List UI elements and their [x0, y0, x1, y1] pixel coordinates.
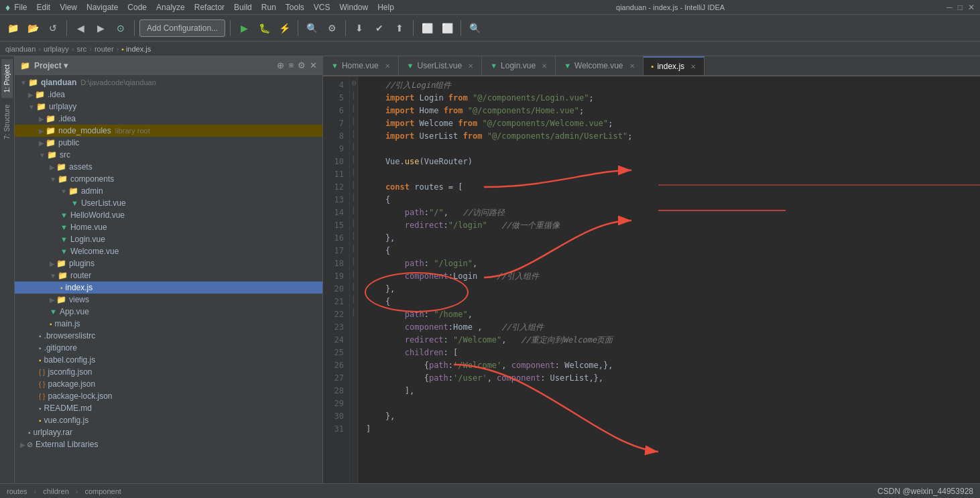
tree-item-gitignore[interactable]: ▪ .gitignore: [15, 342, 322, 354]
vcs-update-btn[interactable]: ⬇: [351, 19, 368, 37]
search-btn[interactable]: 🔍: [303, 19, 320, 37]
folder-icon: 📁: [58, 271, 68, 280]
refresh-btn[interactable]: ↺: [44, 19, 62, 37]
menu-edit[interactable]: Edit: [37, 3, 51, 12]
tree-item-plugins[interactable]: ▶ 📁 plugins: [15, 257, 322, 269]
close-panel-icon[interactable]: ✕: [310, 60, 317, 70]
close-tab-icon[interactable]: ✕: [629, 62, 635, 70]
navigate-icon[interactable]: ⊙: [112, 19, 129, 37]
tree-label: qianduan: [41, 78, 76, 87]
tree-item-urlplayyrar[interactable]: ▪ urlplayy.rar: [15, 426, 322, 438]
tree-item-helloworld[interactable]: ▼ HelloWorld.vue: [15, 209, 322, 221]
tree-label: assets: [69, 162, 93, 172]
tree-item-login[interactable]: ▼ Login.vue: [15, 233, 322, 245]
debug-btn[interactable]: 🐛: [255, 19, 273, 37]
open-btn[interactable]: 📂: [24, 19, 42, 37]
libs-icon: ⊘: [27, 440, 33, 449]
menu-analyze[interactable]: Analyze: [156, 3, 185, 12]
vue-icon: ▼: [60, 235, 68, 243]
close-tab-icon[interactable]: ✕: [690, 63, 696, 70]
terminal-btn[interactable]: ⬜: [418, 19, 436, 37]
tab-login[interactable]: ▼ Login.vue ✕: [482, 56, 556, 75]
tree-item-vueconfig[interactable]: ▪ vue.config.js: [15, 414, 322, 426]
tree-item-urlplayy[interactable]: ▼ 📁 urlplayy: [15, 101, 322, 113]
coverage-btn[interactable]: ⚡: [275, 19, 293, 37]
breadcrumb-src[interactable]: src: [77, 45, 87, 53]
menu-run[interactable]: Run: [261, 3, 276, 12]
tree-item-admin[interactable]: ▼ 📁 admin: [15, 185, 322, 197]
tree-label: admin: [81, 186, 103, 196]
menu-vcs[interactable]: VCS: [314, 3, 330, 12]
code-editor[interactable]: 45678 910111213 1415161718 1920212223 24…: [323, 76, 980, 483]
tab-home[interactable]: ▼ Home.vue ✕: [323, 56, 399, 75]
tree-item-indexjs[interactable]: ▪ index.js: [15, 282, 322, 294]
vue-icon: ▼: [60, 223, 68, 231]
tree-item-public[interactable]: ▶ 📁 public: [15, 137, 322, 149]
menu-tools[interactable]: Tools: [286, 3, 304, 12]
forward-btn[interactable]: ▶: [92, 19, 109, 37]
menu-file[interactable]: File: [14, 3, 27, 12]
tree-item-views[interactable]: ▶ 📁 views: [15, 294, 322, 306]
breadcrumb-urlplayy[interactable]: urlplayy: [44, 45, 69, 53]
tree-item-jsconfig[interactable]: { } jsconfig.json: [15, 366, 322, 378]
close-tab-icon[interactable]: ✕: [542, 62, 547, 70]
menu-view[interactable]: View: [60, 3, 77, 12]
breadcrumb-router[interactable]: router: [95, 45, 114, 53]
close-tab-icon[interactable]: ✕: [385, 62, 390, 70]
collapse-icon[interactable]: ≡: [288, 60, 294, 70]
tree-item-babelconfig[interactable]: ▪ babel.config.js: [15, 354, 322, 366]
settings-btn[interactable]: ⚙: [323, 19, 341, 37]
tree-item-packagelock[interactable]: { } package-lock.json: [15, 390, 322, 402]
tree-item-router[interactable]: ▼ 📁 router: [15, 269, 322, 282]
vcs-commit-btn[interactable]: ✔: [371, 19, 388, 37]
back-btn[interactable]: ◀: [72, 19, 89, 37]
close-btn[interactable]: ✕: [968, 3, 975, 12]
close-tab-icon[interactable]: ✕: [468, 62, 473, 70]
tree-label: package-lock.json: [48, 391, 112, 401]
tree-label: Welcome.vue: [70, 247, 119, 256]
vue-icon: ▼: [564, 62, 571, 70]
vtab-project[interactable]: 1: Project: [1, 59, 13, 98]
tree-item-idea2[interactable]: ▶ 📁 .idea: [15, 113, 322, 125]
add-configuration-btn[interactable]: Add Configuration...: [139, 19, 225, 37]
menu-build[interactable]: Build: [234, 3, 252, 12]
tree-item-node-modules[interactable]: ▶ 📁 node_modules library root: [15, 125, 322, 137]
tab-indexjs[interactable]: ▪ index.js ✕: [644, 56, 705, 75]
minimize-btn[interactable]: ─: [946, 3, 953, 12]
menu-navigate[interactable]: Navigate: [86, 3, 118, 12]
tree-item-userlist[interactable]: ▼ UserList.vue: [15, 197, 322, 209]
tree-item-welcome[interactable]: ▼ Welcome.vue: [15, 245, 322, 257]
gear-icon[interactable]: ⚙: [298, 60, 306, 70]
tree-item-home[interactable]: ▼ Home.vue: [15, 221, 322, 233]
tree-item-idea1[interactable]: ▶ 📁 .idea: [15, 88, 322, 101]
tree-item-packagejson[interactable]: { } package.json: [15, 378, 322, 390]
status-children: children: [43, 487, 69, 495]
tree-item-components[interactable]: ▼ 📁 components: [15, 173, 322, 185]
tree-item-assets[interactable]: ▶ 📁 assets: [15, 161, 322, 173]
menu-code[interactable]: Code: [127, 3, 147, 12]
code-content[interactable]: //引入Login组件 import Login from "@/compone…: [358, 76, 980, 483]
tab-userlist[interactable]: ▼ UserList.vue ✕: [399, 56, 483, 75]
run-btn[interactable]: ▶: [235, 19, 253, 37]
tree-item-readme[interactable]: ▪ README.md: [15, 402, 322, 414]
new-project-btn[interactable]: 📁: [4, 19, 21, 37]
breadcrumb-indexjs[interactable]: ▪ index.js: [121, 45, 151, 53]
tab-welcome[interactable]: ▼ Welcome.vue ✕: [556, 56, 643, 75]
tree-item-extlibs[interactable]: ▶ ⊘ External Libraries: [15, 438, 322, 450]
breadcrumb-qianduan[interactable]: qianduan: [5, 45, 36, 53]
vcs-push-btn[interactable]: ⬆: [391, 19, 408, 37]
menu-bar[interactable]: File Edit View Navigate Code Analyze Ref…: [14, 3, 394, 12]
tree-item-src[interactable]: ▼ 📁 src: [15, 149, 322, 161]
tree-item-qianduan[interactable]: ▼ 📁 qianduan D:\javadcode\qianduan: [15, 76, 322, 88]
search-everywhere-btn[interactable]: 🔍: [466, 19, 483, 37]
menu-help[interactable]: Help: [377, 3, 394, 12]
vtab-structure[interactable]: 7: Structure: [1, 99, 13, 145]
build-tools-btn[interactable]: ⬜: [438, 19, 456, 37]
menu-window[interactable]: Window: [340, 3, 369, 12]
maximize-btn[interactable]: □: [958, 3, 963, 12]
tree-item-appvue[interactable]: ▼ App.vue: [15, 306, 322, 318]
tree-item-browserslistrc[interactable]: ▪ .browserslistrc: [15, 330, 322, 342]
tree-item-mainjs[interactable]: ▪ main.js: [15, 318, 322, 330]
scope-icon[interactable]: ⊕: [277, 60, 284, 70]
menu-refactor[interactable]: Refactor: [194, 3, 225, 12]
